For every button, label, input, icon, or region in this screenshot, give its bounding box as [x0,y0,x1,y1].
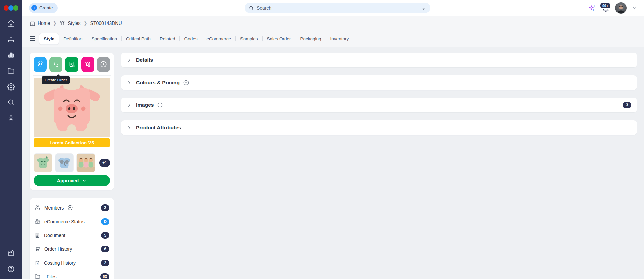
section-title: Images [136,102,154,108]
divider [33,75,111,76]
breadcrumb-separator: ❯ [53,21,56,26]
tshirt-crumb-icon [59,20,65,26]
files-icon [34,273,41,279]
main-region: + Create 99+ [22,0,644,279]
quick-links-card: Members 2 eCommerce Status D Document 5 [30,198,114,279]
breadcrumb-styles[interactable]: Styles [59,20,80,26]
link-document[interactable]: Document 5 [30,228,114,242]
breadcrumb: Home ❯ Styles ❯ ST000143DNU [22,16,644,30]
tab-style[interactable]: Style [39,33,59,45]
create-document-button[interactable] [65,57,78,72]
create-order-button[interactable] [49,57,62,72]
settings-icon[interactable] [4,80,18,93]
style-summary-card: Create Order [30,53,114,190]
breadcrumb-current-style-code: ST000143DNU [90,20,122,26]
chevron-right-icon[interactable] [127,103,132,108]
section-title: Colours & Pricing [136,80,180,86]
section-title: Product Attributes [136,125,181,131]
chevron-right-icon[interactable] [127,125,132,130]
breadcrumb-separator: ❯ [84,21,87,26]
link-members[interactable]: Members 2 [30,201,114,215]
collection-banner[interactable]: Loreta Collection '25 [34,138,110,147]
tab-packaging[interactable]: Packaging [296,33,326,44]
section-images[interactable]: Images 3 [121,98,637,112]
notification-count-badge: 99+ [600,2,611,9]
members-icon [34,204,41,211]
tab-critical-path[interactable]: Critical Path [122,33,155,44]
costing-history-count-badge: 2 [101,260,109,266]
chevron-down-icon [82,178,87,183]
add-member-icon[interactable] [67,205,73,211]
link-order-history[interactable]: Order History 6 [30,242,114,256]
tab-related[interactable]: Related [155,33,180,44]
style-hero-image[interactable] [34,78,110,137]
link-label: Order History [44,246,72,252]
files-count-badge: 63 [100,273,109,279]
home-icon[interactable] [4,17,18,30]
account-menu-chevron-icon[interactable] [632,5,637,11]
filter-icon[interactable] [421,5,426,11]
tab-ecommerce[interactable]: eCommerce [202,33,235,44]
tab-codes[interactable]: Codes [180,33,202,44]
tab-sales-order[interactable]: Sales Order [263,33,296,44]
thumbnail-dino-onesie[interactable] [34,153,52,172]
link-costing-history[interactable]: $ Costing History 2 [30,256,114,270]
order-history-count-badge: 6 [101,246,109,252]
app-logo-icon[interactable] [4,5,18,11]
factory-icon[interactable] [4,246,18,260]
style-sections-column: Details Colours & Pricing Images [121,53,637,279]
tab-definition[interactable]: Definition [59,33,87,44]
status-dropdown-button[interactable]: Approved [34,175,110,186]
ecommerce-status-icon [34,218,41,225]
avatar [615,2,627,14]
thumbnail-row: +1 [34,153,110,172]
ecommerce-status-badge: D [101,218,109,225]
help-icon[interactable] [4,262,18,276]
section-product-attributes[interactable]: Product Attributes [121,120,637,135]
tab-menu-icon[interactable] [30,36,35,41]
style-actions [34,57,110,72]
style-summary-column: Create Order [30,53,114,279]
thumbnail-elephant-onesie[interactable] [55,153,74,172]
create-button[interactable]: + Create [29,3,58,13]
document-count-badge: 5 [101,232,109,239]
folder-icon[interactable] [4,64,18,78]
user-avatar[interactable] [615,2,627,14]
create-order-tooltip: Create Order [42,76,70,84]
add-colour-icon[interactable] [183,80,189,86]
breadcrumb-styles-label: Styles [68,20,80,26]
add-image-icon[interactable] [157,102,163,108]
search-input[interactable] [257,5,421,11]
link-label: Files [47,274,57,279]
more-images-badge[interactable]: +1 [99,159,110,167]
plus-icon: + [31,5,37,11]
copy-style-button[interactable] [34,57,47,72]
chevron-right-icon[interactable] [127,80,132,85]
tab-inventory[interactable]: Inventory [326,33,354,44]
link-label: Costing History [44,260,76,266]
section-colours-pricing[interactable]: Colours & Pricing [121,75,637,90]
upload-icon[interactable] [4,33,18,46]
search-nav-icon[interactable] [4,96,18,109]
global-search[interactable] [245,3,430,13]
link-files[interactable]: Files 63 [30,270,114,279]
section-details[interactable]: Details [121,53,637,67]
notifications-bell-icon[interactable]: 99+ [602,3,610,13]
link-label: Members [44,205,64,211]
thumbnail-babies-photo[interactable] [76,153,95,172]
breadcrumb-home[interactable]: Home [30,20,50,26]
reports-icon[interactable] [4,48,18,62]
topbar-right: 99+ [588,2,637,14]
chevron-right-icon[interactable] [127,58,132,63]
costing-history-icon: $ [34,260,40,266]
breadcrumb-home-label: Home [38,20,50,26]
link-ecommerce-status[interactable]: eCommerce Status D [30,215,114,228]
ai-sparkle-icon[interactable] [588,4,596,12]
profile-icon[interactable] [4,111,18,125]
tab-specification[interactable]: Specification [87,33,122,44]
history-button[interactable] [97,57,110,72]
tab-samples[interactable]: Samples [236,33,262,44]
topbar: + Create 99+ [22,0,644,16]
link-label: eCommerce Status [44,219,85,224]
delete-style-button[interactable] [81,57,94,72]
